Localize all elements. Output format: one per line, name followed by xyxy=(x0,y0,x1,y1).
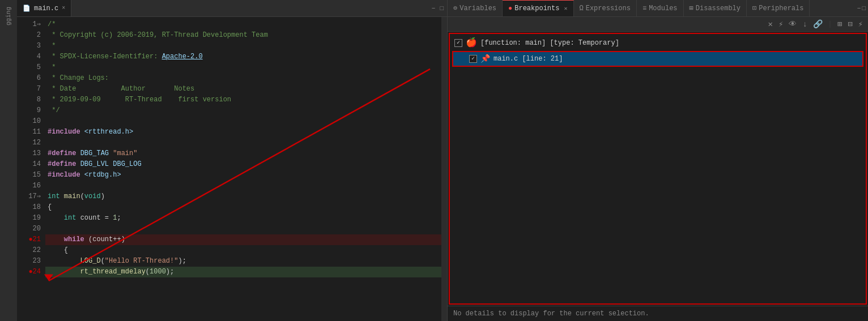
debug-tab-bar: ⊜ Variables ● Breakpoints ✕ Ω Expression… xyxy=(448,0,868,17)
code-line-5: * xyxy=(45,62,441,73)
code-line-3: * xyxy=(45,41,441,52)
breakpoint-text-main: [function: main] [type: Temporary] xyxy=(480,37,619,49)
left-sidebar: gging xyxy=(0,0,17,321)
tab-modules[interactable]: ≡ Modules xyxy=(637,0,684,16)
ln-14: 14 xyxy=(17,159,41,170)
code-line-19: int count = 1; xyxy=(45,213,441,224)
ln-11: 11 xyxy=(17,127,41,138)
link-with-debug-button[interactable]: 🔗 xyxy=(811,19,824,29)
remove-breakpoint-button[interactable]: ✕ xyxy=(767,19,775,29)
code-line-23: LOG_D("Hello RT-Thread!"); xyxy=(45,256,441,267)
ln-7: 7 xyxy=(17,84,41,95)
code-line-22: { xyxy=(45,245,441,256)
maximize-button[interactable]: □ xyxy=(439,4,445,13)
ln-12: 12 xyxy=(17,138,41,148)
minimize-button[interactable]: − xyxy=(431,4,437,13)
tab-close-button[interactable]: × xyxy=(62,5,65,11)
ln-17: 17⇒ xyxy=(17,191,41,202)
disassembly-label: Disassembly xyxy=(696,5,741,12)
breakpoint-pin-icon: 📌 xyxy=(480,53,490,65)
sidebar-label: gging xyxy=(5,7,12,25)
ln-13: 13 xyxy=(17,148,41,159)
add-watchpoint-button[interactable]: ⊟ xyxy=(846,19,854,29)
debug-toolbar: ✕ ⚡ 👁 ↓ 🔗 | ⊞ ⊟ ⚡ xyxy=(448,17,868,32)
editor-panel: 📄 main.c × − □ 1⇒ 2 3 4 5 6 7 8 9 10 11 … xyxy=(17,0,448,321)
ln-24: ●24 xyxy=(17,267,41,277)
modules-label: Modules xyxy=(649,5,677,12)
ln-21: ●21 xyxy=(17,234,41,245)
code-line-20 xyxy=(45,224,441,234)
ln-3: 3 xyxy=(17,41,41,52)
debug-status: No details to display for the current se… xyxy=(448,306,868,321)
disassembly-icon: ⊞ xyxy=(690,4,693,12)
ln-9: 9 xyxy=(17,105,41,116)
peripherals-icon: ⊡ xyxy=(752,4,756,12)
ln-6: 6 xyxy=(17,73,41,84)
code-line-17: int main(void) xyxy=(45,191,441,202)
modules-icon: ≡ xyxy=(643,5,646,12)
code-line-7: * Date Author Notes xyxy=(45,84,441,95)
maximize-debug-button[interactable]: □ xyxy=(862,5,866,12)
editor-content: 1⇒ 2 3 4 5 6 7 8 9 10 11 12 13 14 15 16 … xyxy=(17,17,447,321)
code-line-16 xyxy=(45,181,441,191)
tab-breakpoints[interactable]: ● Breakpoints ✕ xyxy=(503,0,573,16)
breakpoint-list: 🍎 [function: main] [type: Temporary] 📌 m… xyxy=(450,34,866,303)
code-line-2: * Copyright (c) 2006-2019, RT-Thread Dev… xyxy=(45,30,441,41)
code-line-14: #define DBG_LVL DBG_LOG xyxy=(45,159,441,170)
breakpoint-subitem-main-21[interactable]: 📌 main.c [line: 21] xyxy=(452,51,863,67)
breakpoint-subitem-checkbox[interactable] xyxy=(469,55,477,63)
breakpoint-item-main[interactable]: 🍎 [function: main] [type: Temporary] xyxy=(450,36,866,50)
peripherals-label: Peripherals xyxy=(759,5,803,12)
vertical-scrollbar[interactable] xyxy=(441,17,447,321)
ln-5: 5 xyxy=(17,62,41,73)
debug-status-text: No details to display for the current se… xyxy=(453,310,649,318)
tab-disassembly[interactable]: ⊞ Disassembly xyxy=(684,0,747,16)
breakpoint-subitem-text: main.c [line: 21] xyxy=(493,53,563,65)
ln-18: 18 xyxy=(17,202,41,213)
collapse-all-button[interactable]: ↓ xyxy=(801,19,809,29)
code-line-10 xyxy=(45,116,441,127)
code-line-6: * Change Logs: xyxy=(45,73,441,84)
code-line-9: */ xyxy=(45,105,441,116)
variables-label: Variables xyxy=(459,5,496,12)
tab-variables[interactable]: ⊜ Variables xyxy=(448,0,503,16)
code-line-24: rt_thread_mdelay(1000); xyxy=(45,267,441,277)
code-line-18: { xyxy=(45,202,441,213)
add-tracepoint-button[interactable]: ⚡ xyxy=(857,19,865,29)
breakpoint-checkbox-main[interactable] xyxy=(454,39,462,47)
tab-peripherals[interactable]: ⊡ Peripherals xyxy=(747,0,810,16)
code-line-8: * 2019-09-09 RT-Thread first version xyxy=(45,95,441,105)
code-line-4: * SPDX-License-Identifier: Apache-2.0 xyxy=(45,52,441,62)
ln-2: 2 xyxy=(17,30,41,41)
variables-icon: ⊜ xyxy=(453,4,457,12)
tab-expressions[interactable]: Ω Expressions xyxy=(574,0,637,16)
enable-breakpoints-button[interactable]: 👁 xyxy=(787,19,798,29)
minimize-debug-button[interactable]: − xyxy=(857,5,861,12)
ln-23: 23 xyxy=(17,256,41,267)
debug-panel: ⊜ Variables ● Breakpoints ✕ Ω Expression… xyxy=(448,0,868,321)
ln-10: 10 xyxy=(17,116,41,127)
ln-8: 8 xyxy=(17,95,41,105)
ln-1: 1⇒ xyxy=(17,19,41,30)
code-area[interactable]: /* * Copyright (c) 2006-2019, RT-Thread … xyxy=(45,17,441,321)
editor-tab-bar: 📄 main.c × − □ xyxy=(17,0,447,17)
add-breakpoint-button[interactable]: ⊞ xyxy=(836,19,844,29)
code-line-11: #include <rtthread.h> xyxy=(45,127,441,138)
tab-filename: main.c xyxy=(34,5,58,12)
code-line-1: /* xyxy=(45,19,441,30)
debug-content: 🍎 [function: main] [type: Temporary] 📌 m… xyxy=(449,33,867,305)
breakpoints-icon: ● xyxy=(508,5,512,12)
breakpoints-tab-close[interactable]: ✕ xyxy=(564,5,567,12)
ln-15: 15 xyxy=(17,170,41,181)
expressions-icon: Ω xyxy=(580,5,584,12)
breakpoints-label: Breakpoints xyxy=(514,5,559,12)
remove-all-breakpoints-button[interactable]: ⚡ xyxy=(777,19,785,29)
editor-tab-main-c[interactable]: 📄 main.c × xyxy=(17,0,71,16)
expressions-label: Expressions xyxy=(586,5,631,12)
line-numbers: 1⇒ 2 3 4 5 6 7 8 9 10 11 12 13 14 15 16 … xyxy=(17,17,45,321)
ln-20: 20 xyxy=(17,224,41,234)
editor-tab-actions: − □ xyxy=(431,4,447,13)
ln-16: 16 xyxy=(17,181,41,191)
file-icon: 📄 xyxy=(23,5,31,12)
ln-4: 4 xyxy=(17,52,41,62)
